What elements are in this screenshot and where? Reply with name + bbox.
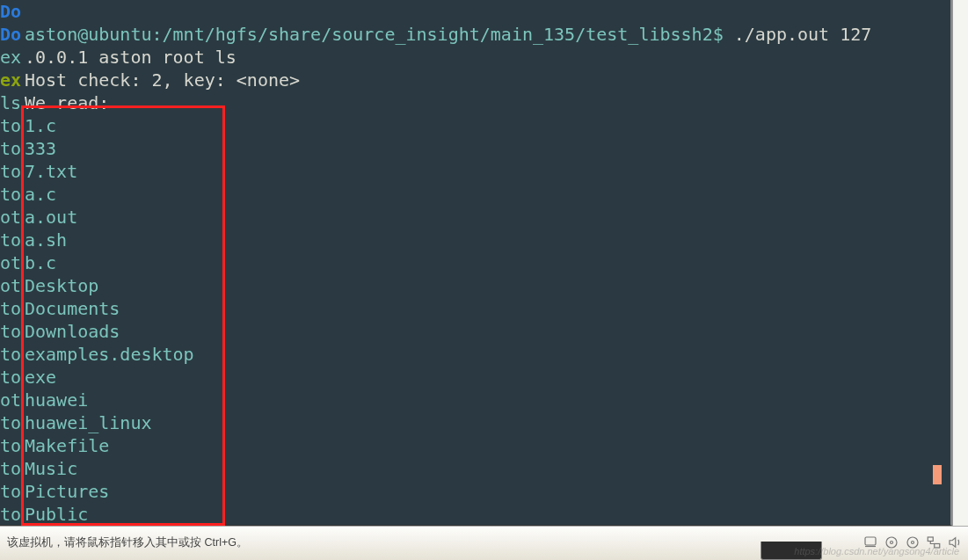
gutter-fragment: to bbox=[0, 320, 25, 343]
gutter-fragment: to bbox=[0, 183, 25, 206]
status-message: 该虚拟机，请将鼠标指针移入其中或按 Ctrl+G。 bbox=[7, 535, 248, 550]
gutter-fragment: to bbox=[0, 114, 25, 137]
gutter-fragment: to bbox=[0, 457, 25, 480]
gutter-fragment: to bbox=[0, 434, 25, 457]
we-read-line: We read: bbox=[25, 92, 109, 113]
listing-entry: examples.desktop bbox=[25, 344, 194, 365]
gutter-fragment: ls bbox=[0, 91, 25, 114]
terminal-cursor bbox=[933, 465, 942, 484]
svg-point-2 bbox=[891, 542, 893, 544]
prompt-path: :/mnt/hgfs/share/source_insight/main_135… bbox=[152, 24, 724, 45]
terminal-output[interactable]: DoDoaston@ubuntu:/mnt/hgfs/share/source_… bbox=[0, 0, 952, 526]
gutter-fragment: ex bbox=[0, 46, 25, 69]
listing-entry: Documents bbox=[25, 298, 120, 319]
gutter-fragment: ex bbox=[0, 69, 25, 91]
listing-entry: a.c bbox=[25, 184, 56, 205]
gutter-fragment: to bbox=[0, 297, 25, 320]
listing-entry: huawei bbox=[25, 389, 88, 411]
prompt-user: aston@ubuntu bbox=[25, 24, 152, 45]
listing-entry: a.sh bbox=[25, 229, 67, 251]
gutter-fragment: to bbox=[0, 343, 25, 366]
listing-entry: huawei_linux bbox=[25, 412, 152, 433]
listing-entry: b.c bbox=[25, 252, 56, 273]
gutter-fragment: to bbox=[0, 503, 25, 526]
listing-entry: Makefile bbox=[25, 435, 109, 456]
gutter-fragment: ot bbox=[0, 274, 25, 297]
terminal-window: DoDoaston@ubuntu:/mnt/hgfs/share/source_… bbox=[0, 0, 952, 526]
svg-rect-0 bbox=[865, 537, 876, 545]
gutter-fragment: ot bbox=[0, 251, 25, 274]
gutter-fragment: to bbox=[0, 160, 25, 183]
listing-entry: exe bbox=[25, 367, 56, 388]
gutter-fragment: to bbox=[0, 366, 25, 389]
listing-entry: a.out bbox=[25, 207, 77, 228]
listing-entry: 1.c bbox=[25, 115, 56, 136]
scrollbar-track[interactable] bbox=[952, 0, 968, 526]
listing-entry: Music bbox=[25, 458, 77, 479]
listing-entry: Public bbox=[25, 504, 88, 525]
gutter-fragment: ot bbox=[0, 206, 25, 229]
gutter-fragment: to bbox=[0, 229, 25, 251]
listing-entry: 333 bbox=[25, 138, 56, 159]
svg-rect-5 bbox=[928, 537, 933, 542]
svg-point-4 bbox=[912, 542, 914, 544]
gutter-fragment: to bbox=[0, 480, 25, 503]
listing-entry: Pictures bbox=[25, 481, 109, 502]
listing-entry: 7.txt bbox=[25, 161, 77, 182]
gutter-fragment: Do bbox=[0, 0, 25, 23]
gutter-fragment: Do bbox=[0, 23, 25, 46]
prompt-command: ./app.out 127 bbox=[724, 24, 872, 45]
gutter-fragment: to bbox=[0, 137, 25, 160]
gutter-fragment: to bbox=[0, 411, 25, 434]
gutter-fragment: ot bbox=[0, 389, 25, 411]
watermark-text: https://blog.csdn.net/yangsong4/article bbox=[794, 546, 959, 556]
listing-entry: Downloads bbox=[25, 321, 120, 342]
host-check-line: Host check: 2, key: <none> bbox=[25, 69, 300, 91]
listing-entry: Desktop bbox=[25, 275, 98, 296]
command-continuation: .0.0.1 aston root ls bbox=[25, 47, 237, 68]
